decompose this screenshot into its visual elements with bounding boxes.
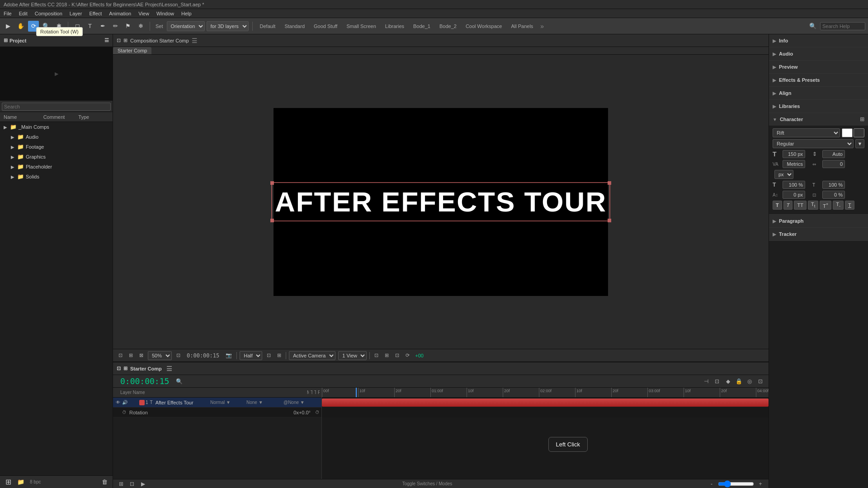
panel-info-title[interactable]: ▶ Info xyxy=(769,34,868,47)
rotation-keyframe[interactable]: ⏱ xyxy=(315,410,320,415)
tool-select[interactable]: ▶ xyxy=(3,21,14,32)
keyframe-icon[interactable]: ⏱ xyxy=(122,410,127,415)
unit-dropdown[interactable]: px xyxy=(774,170,793,179)
vc-transparency[interactable]: ⊠ xyxy=(137,352,145,359)
tc-lock[interactable]: 🔒 xyxy=(734,377,743,386)
tc-search[interactable]: 🔍 xyxy=(175,377,184,386)
camera-dropdown[interactable]: Active Camera xyxy=(289,351,335,360)
line-height-input[interactable] xyxy=(822,150,845,158)
playhead[interactable] xyxy=(356,388,357,397)
font-size-input[interactable] xyxy=(783,150,805,158)
orientation-dropdown[interactable]: Orientation xyxy=(167,21,205,31)
tool-clone[interactable]: ⚑ xyxy=(123,21,133,32)
baseline-input[interactable] xyxy=(783,191,805,199)
vc-reset[interactable]: ⟳ xyxy=(404,352,411,359)
vc-fit[interactable]: ⊡ xyxy=(175,352,182,359)
vc-3d[interactable]: ⊞ xyxy=(383,352,391,359)
panel-character-title[interactable]: ▼ Character ⊞ xyxy=(769,113,868,126)
panel-audio-title[interactable]: ▶ Audio xyxy=(769,47,868,60)
tc-snap[interactable]: ⊡ xyxy=(756,377,765,386)
search-help-input[interactable] xyxy=(820,22,865,30)
tool-puppet[interactable]: ❄ xyxy=(135,21,146,32)
tool-hand[interactable]: ✋ xyxy=(15,21,26,32)
layer-trkmat[interactable]: None ▼ xyxy=(246,400,283,405)
character-expand-icon[interactable]: ⊞ xyxy=(860,116,864,122)
new-folder-button[interactable]: 📁 xyxy=(15,477,26,488)
layer-audio[interactable]: 🔊 xyxy=(122,400,127,405)
panel-align-title[interactable]: ▶ Align xyxy=(769,87,868,99)
more-workspaces-icon[interactable]: » xyxy=(540,23,544,30)
ws-tab-libraries[interactable]: Libraries xyxy=(382,23,408,30)
project-item-main-comps[interactable]: ▶ 📁 _Main Comps xyxy=(0,122,113,132)
fill-color-swatch[interactable] xyxy=(842,128,853,137)
menu-effect[interactable]: Effect xyxy=(89,11,102,16)
tool-brush[interactable]: ✏ xyxy=(110,21,121,32)
ws-tab-bode1[interactable]: Bode_1 xyxy=(410,23,434,30)
layer-row[interactable]: 👁 🔊 1 T After Effects Tour Normal ▼ None… xyxy=(113,398,321,408)
tool-text[interactable]: T xyxy=(85,21,95,32)
tsume-input[interactable] xyxy=(822,191,845,199)
stroke-color-swatch[interactable] xyxy=(854,128,864,137)
panel-effects-title[interactable]: ▶ Effects & Presets xyxy=(769,74,868,86)
3d-layers-dropdown[interactable]: for 3D layers xyxy=(207,21,249,31)
view-dropdown[interactable]: 1 View xyxy=(338,351,367,360)
ws-tab-standard[interactable]: Standard xyxy=(281,23,308,30)
layer-mode[interactable]: Normal ▼ xyxy=(210,400,237,405)
tb-play[interactable]: ▶ xyxy=(138,479,147,488)
vscale-input[interactable] xyxy=(783,181,805,189)
ws-tab-smallscreen[interactable]: Small Screen xyxy=(343,23,379,30)
font-dropdown[interactable]: Rift xyxy=(773,128,840,137)
delete-button[interactable]: 🗑 xyxy=(99,477,110,488)
tc-marker[interactable]: ⊡ xyxy=(712,377,722,386)
vc-fast-preview[interactable]: ⊡ xyxy=(265,352,273,359)
panel-preview-title[interactable]: ▶ Preview xyxy=(769,61,868,73)
project-item-footage[interactable]: ▶ 📁 Footage xyxy=(0,142,113,152)
super-btn[interactable]: T+ xyxy=(820,201,831,210)
smallcaps-btn[interactable]: Tt xyxy=(808,201,818,210)
vc-grid[interactable]: ⊞ xyxy=(127,352,135,359)
project-item-audio[interactable]: ▶ 📁 Audio xyxy=(0,132,113,142)
comp-menu-icon[interactable]: ☰ xyxy=(192,37,198,44)
tool-pen[interactable]: ✒ xyxy=(97,21,108,32)
menu-layer[interactable]: Layer xyxy=(70,11,82,16)
ws-tab-bode2[interactable]: Bode_2 xyxy=(436,23,460,30)
tracking-input[interactable] xyxy=(822,160,845,168)
tb-zoom-out[interactable]: - xyxy=(707,479,716,488)
toggle-switches-label[interactable]: Toggle Switches / Modes xyxy=(402,481,453,486)
menu-animation[interactable]: Animation xyxy=(109,11,131,16)
menu-edit[interactable]: Edit xyxy=(19,11,28,16)
menu-help[interactable]: Help xyxy=(181,11,192,16)
tc-goto-in[interactable]: ⊣ xyxy=(702,377,711,386)
vc-share[interactable]: ⊡ xyxy=(373,352,380,359)
ws-tab-coolws[interactable]: Cool Workspace xyxy=(462,23,506,30)
layer-parent[interactable]: @None ▼ xyxy=(283,400,320,405)
style-dropdown[interactable]: Regular xyxy=(773,139,854,148)
zoom-dropdown[interactable]: 50% xyxy=(148,351,172,360)
quality-dropdown[interactable]: Half xyxy=(240,351,262,360)
layer-name[interactable]: After Effects Tour xyxy=(156,400,209,405)
hscale-input[interactable] xyxy=(822,181,845,189)
track-bar-text[interactable] xyxy=(322,399,769,407)
vc-snapshot[interactable]: 📷 xyxy=(224,352,234,359)
ws-tab-default[interactable]: Default xyxy=(256,23,279,30)
style-options-btn[interactable]: ▼ xyxy=(855,139,864,148)
ws-tab-goodstuff[interactable]: Good Stuff xyxy=(310,23,341,30)
project-menu-icon[interactable]: ☰ xyxy=(104,38,109,43)
project-search-input[interactable] xyxy=(2,103,111,111)
vc-render-queue[interactable]: ⊞ xyxy=(275,352,283,359)
new-item-button[interactable]: ⊞ xyxy=(3,477,14,488)
layer-visibility[interactable]: 👁 xyxy=(115,400,121,405)
kerning-input[interactable] xyxy=(783,160,805,168)
italic-btn[interactable]: T xyxy=(783,201,793,210)
timeline-menu-icon[interactable]: ☰ xyxy=(166,365,172,372)
tb-zoom-in[interactable]: + xyxy=(756,479,765,488)
tb-new-comp[interactable]: ⊞ xyxy=(117,479,126,488)
timeline-zoom-slider[interactable] xyxy=(718,480,754,488)
menu-view[interactable]: View xyxy=(138,11,149,16)
menu-composition[interactable]: Composition xyxy=(35,11,62,16)
menu-window[interactable]: Window xyxy=(156,11,174,16)
sub-btn[interactable]: T- xyxy=(833,201,844,210)
tc-key[interactable]: ◆ xyxy=(723,377,732,386)
underline-btn[interactable]: T xyxy=(845,201,854,210)
project-item-solids[interactable]: ▶ 📁 Solids xyxy=(0,172,113,182)
